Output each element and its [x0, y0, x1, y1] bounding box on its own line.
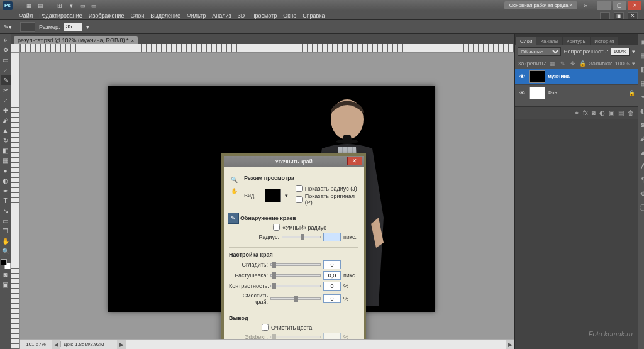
- layer-mask-icon[interactable]: ◙: [592, 109, 596, 116]
- layer-name[interactable]: мужчина: [548, 74, 570, 79]
- collapsed-swatches-icon[interactable]: ▦: [638, 78, 644, 88]
- collapsed-adjust-icon[interactable]: ◐: [638, 106, 644, 116]
- fill-input[interactable]: 100%: [615, 60, 630, 67]
- zoom-tool-icon[interactable]: 🔍: [229, 175, 239, 185]
- adjustment-layer-icon[interactable]: ◐: [599, 109, 605, 116]
- crop-tool[interactable]: ✂: [1, 86, 11, 95]
- tab-paths[interactable]: Контуры: [563, 37, 590, 45]
- layer-row[interactable]: 👁 мужчина: [515, 69, 638, 85]
- vertical-ruler[interactable]: [11, 53, 20, 349]
- document-info[interactable]: Док: 1.85M/3.93M: [60, 341, 117, 347]
- zoom-level[interactable]: 101.67%: [20, 341, 52, 347]
- view-extras-icon[interactable]: ⊞: [55, 1, 64, 10]
- move-tool[interactable]: ✥: [1, 45, 11, 55]
- feather-input[interactable]: [323, 271, 341, 280]
- contrast-input[interactable]: [323, 282, 341, 291]
- menu-window[interactable]: Окно: [283, 13, 296, 19]
- type-tool[interactable]: T: [1, 196, 11, 206]
- quick-select-tool[interactable]: ✎: [1, 75, 11, 85]
- hand-tool-icon[interactable]: ✋: [229, 186, 239, 196]
- shift-slider[interactable]: .dlg-row:nth-last-child(1) .slider::afte…: [270, 297, 321, 300]
- lasso-tool[interactable]: ⟀: [1, 65, 11, 75]
- cs-live-icon[interactable]: »: [581, 1, 590, 10]
- menu-analysis[interactable]: Анализ: [212, 13, 231, 19]
- layer-thumbnail[interactable]: [529, 70, 545, 83]
- document-tab[interactable]: результат.psd @ 102% (мужчина, RGB/8) * …: [14, 36, 138, 44]
- eraser-tool[interactable]: ◧: [1, 146, 11, 155]
- menu-filter[interactable]: Фильтр: [187, 13, 206, 19]
- feather-slider[interactable]: [270, 274, 321, 277]
- decontaminate-checkbox[interactable]: [262, 324, 269, 331]
- smart-radius-checkbox[interactable]: [273, 224, 280, 231]
- screen-mode-icon[interactable]: ▭: [89, 1, 98, 10]
- collapsed-color-icon[interactable]: ◧: [638, 64, 644, 74]
- marquee-tool[interactable]: ▭: [1, 55, 11, 65]
- menu-select[interactable]: Выделение: [150, 13, 180, 19]
- pen-tool[interactable]: ✒: [1, 186, 11, 196]
- collapsed-masks-icon[interactable]: ◙: [638, 119, 644, 130]
- bridge-icon[interactable]: ▦: [25, 1, 33, 10]
- menu-file[interactable]: Файл: [19, 13, 33, 19]
- info-menu-icon[interactable]: ▶: [117, 340, 126, 349]
- show-radius-checkbox[interactable]: [296, 185, 303, 192]
- lock-pixels-icon[interactable]: ✎: [559, 60, 567, 67]
- history-brush-tool[interactable]: ↻: [1, 136, 11, 145]
- horizontal-ruler[interactable]: [20, 44, 514, 53]
- expand-arrow-icon[interactable]: »: [1, 35, 11, 45]
- minimize-button[interactable]: —: [597, 1, 611, 10]
- blend-mode-select[interactable]: Обычные: [518, 47, 561, 56]
- dialog-titlebar[interactable]: Уточнить край ✕: [224, 156, 364, 167]
- mini-bridge-icon[interactable]: ▤: [36, 1, 45, 10]
- brush-tool[interactable]: 🖌: [1, 116, 11, 125]
- visibility-icon[interactable]: 👁: [518, 90, 526, 96]
- show-original-checkbox[interactable]: [296, 196, 303, 203]
- smooth-input[interactable]: [323, 260, 341, 269]
- size-dropdown-icon[interactable]: ▾: [86, 24, 89, 30]
- color-swatches[interactable]: [1, 259, 11, 269]
- shape-tool[interactable]: ▭: [1, 216, 11, 226]
- opacity-input[interactable]: 100%: [611, 48, 630, 56]
- collapsed-clone-icon[interactable]: ▲: [638, 147, 644, 157]
- smooth-slider[interactable]: [270, 263, 321, 266]
- scroll-right-icon[interactable]: ▶: [506, 340, 514, 349]
- shift-input[interactable]: [323, 294, 341, 303]
- collapsed-history-icon[interactable]: ▣: [638, 36, 644, 47]
- collapsed-char-icon[interactable]: A: [638, 161, 644, 171]
- collapsed-nav-icon[interactable]: ✥: [638, 189, 644, 199]
- collapsed-actions-icon[interactable]: ▤: [638, 50, 644, 60]
- quick-mask-icon[interactable]: ◙: [1, 270, 11, 279]
- menu-layer[interactable]: Слои: [130, 13, 144, 19]
- doc-restore-icon[interactable]: ▣: [614, 12, 624, 19]
- gradient-tool[interactable]: ▦: [1, 156, 11, 165]
- doc-close-icon[interactable]: ✕: [628, 12, 638, 19]
- lock-position-icon[interactable]: ✥: [569, 60, 577, 67]
- lock-transparency-icon[interactable]: ▦: [549, 60, 557, 67]
- opacity-dropdown-icon[interactable]: ▾: [632, 48, 635, 55]
- blur-tool[interactable]: ●: [1, 166, 11, 175]
- lock-all-icon[interactable]: 🔒: [579, 60, 587, 67]
- tool-preset-icon[interactable]: ✎▾: [4, 24, 12, 30]
- visibility-icon[interactable]: 👁: [518, 74, 526, 80]
- scroll-left-icon[interactable]: ◀: [52, 340, 60, 349]
- stamp-tool[interactable]: ▲: [1, 126, 11, 135]
- foreground-color[interactable]: [1, 259, 7, 265]
- radius-slider[interactable]: [282, 236, 321, 238]
- layer-thumbnail[interactable]: [529, 87, 545, 99]
- refine-radius-tool[interactable]: ✎: [228, 213, 239, 224]
- contrast-slider[interactable]: [270, 285, 321, 287]
- hand-tool[interactable]: ✋: [1, 236, 11, 246]
- view-dropdown-icon[interactable]: ▾: [285, 192, 288, 199]
- tab-layers[interactable]: Слои: [516, 37, 536, 45]
- workspace-switcher[interactable]: Основная рабочая среда »: [504, 1, 577, 9]
- layer-row[interactable]: 👁 Фон 🔒: [515, 85, 638, 101]
- link-layers-icon[interactable]: ⚭: [574, 109, 579, 116]
- layer-style-icon[interactable]: fx: [583, 109, 588, 116]
- path-select-tool[interactable]: ↘: [1, 206, 11, 216]
- doc-min-icon[interactable]: —: [600, 12, 610, 19]
- view-preview[interactable]: [265, 189, 281, 202]
- screen-mode-tool[interactable]: ▣: [1, 280, 11, 289]
- collapsed-brush-icon[interactable]: 🖌: [638, 133, 644, 143]
- size-input[interactable]: 35: [64, 23, 82, 31]
- menu-image[interactable]: Изображение: [89, 13, 125, 19]
- zoom-level-icon[interactable]: ▾: [67, 1, 75, 10]
